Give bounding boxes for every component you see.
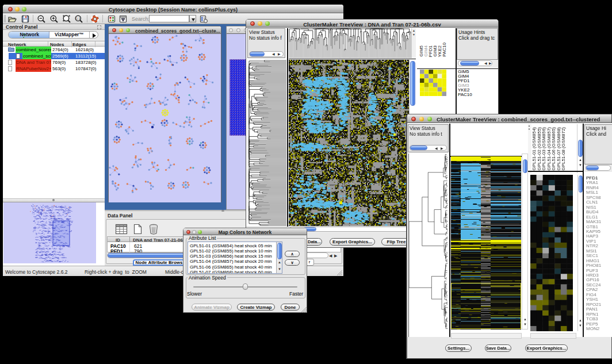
svg-text:1:1: 1:1 — [76, 17, 80, 20]
